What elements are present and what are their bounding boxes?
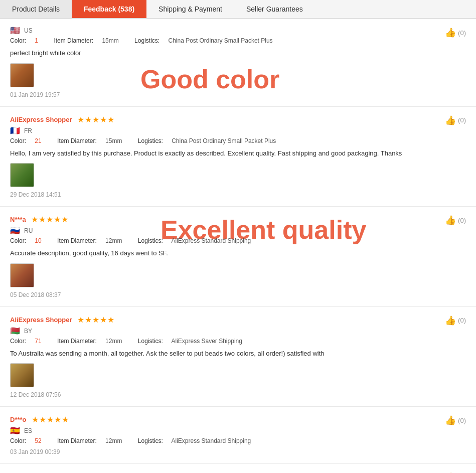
reviews-container: Good color Excellent quality 🇺🇸 US Color…: [0, 19, 476, 473]
like-button[interactable]: 👍 (0): [445, 415, 466, 426]
diameter-value: 12mm: [105, 437, 122, 444]
diameter-value: 12mm: [105, 237, 122, 244]
logistics-value: AliExpress Standard Shipping: [171, 237, 251, 244]
thumbs-up-icon: 👍: [445, 315, 456, 326]
review-date: 03 Jan 2019 00:39: [10, 448, 466, 455]
color-value: 1: [35, 37, 38, 44]
flag-ru: 🇷🇺: [10, 227, 21, 234]
color-label: Color:: [10, 437, 26, 444]
logistics-value: AliExpress Saver Shipping: [171, 338, 242, 345]
logistics-label: Logistics:: [134, 37, 160, 44]
reviewer-name: D***o: [10, 416, 27, 423]
review-item: G***k ★★★★★ 🇨🇿 CZ Color: 1 Item Diameter…: [0, 464, 476, 473]
logistics-label: Logistics:: [138, 338, 163, 345]
logistics-label: Logistics:: [138, 437, 163, 444]
review-date: 05 Dec 2018 08:37: [10, 291, 466, 298]
country-label: BY: [24, 328, 32, 335]
star-rating: ★★★★★: [77, 115, 115, 124]
like-button[interactable]: 👍 (0): [445, 215, 466, 226]
tab-feedback[interactable]: Feedback (538): [72, 0, 146, 18]
review-image[interactable]: [10, 263, 34, 287]
reviewer-name: AliExpress Shopper: [10, 316, 72, 324]
diameter-label: Item Diameter:: [57, 338, 97, 345]
diameter-label: Item Diameter:: [57, 237, 97, 244]
review-meta: Color: 52 Item Diameter: 12mm Logistics:…: [10, 437, 466, 444]
reviewer-name: AliExpress Shopper: [10, 116, 72, 123]
review-text: perfect bright white color: [10, 48, 466, 58]
reviewer-flag-row: 🇧🇾 BY: [10, 328, 466, 335]
like-count: (0): [458, 116, 466, 124]
flag-es: 🇪🇸: [10, 427, 21, 434]
like-count: (0): [458, 417, 466, 424]
country-label: FR: [24, 127, 32, 134]
diameter-value: 15mm: [105, 137, 122, 144]
review-meta: Color: 71 Item Diameter: 12mm Logistics:…: [10, 338, 466, 345]
review-item: AliExpress Shopper ★★★★★ 🇫🇷 FR Color: 21…: [0, 107, 476, 207]
review-header: D***o ★★★★★: [10, 415, 466, 424]
like-button[interactable]: 👍 (0): [445, 27, 466, 38]
review-image[interactable]: [10, 63, 34, 87]
country-label: RU: [24, 227, 33, 234]
color-value: 71: [35, 338, 41, 345]
tab-product-details[interactable]: Product Details: [0, 0, 72, 18]
reviewer-flag-row: 🇫🇷 FR: [10, 127, 466, 134]
logistics-label: Logistics:: [138, 137, 163, 144]
like-button[interactable]: 👍 (0): [445, 315, 466, 326]
logistics-value: China Post Ordinary Small Packet Plus: [172, 137, 276, 144]
like-button[interactable]: 👍 (0): [445, 115, 466, 126]
color-label: Color:: [10, 338, 26, 345]
review-meta: Color: 1 Item Diameter: 15mm Logistics: …: [10, 37, 466, 44]
review-image[interactable]: [10, 363, 34, 387]
review-text: Accurate description, good quality, 16 d…: [10, 248, 466, 258]
diameter-label: Item Diameter:: [57, 137, 97, 144]
diameter-label: Item Diameter:: [54, 37, 93, 44]
review-date: 01 Jan 2019 19:57: [10, 91, 466, 98]
color-label: Color:: [10, 137, 26, 144]
review-meta: Color: 21 Item Diameter: 15mm Logistics:…: [10, 137, 466, 144]
diameter-value: 12mm: [105, 338, 122, 345]
review-header: AliExpress Shopper ★★★★★: [10, 315, 466, 325]
color-value: 10: [35, 237, 41, 244]
review-date: 12 Dec 2018 07:56: [10, 391, 466, 398]
flag-fr: 🇫🇷: [10, 127, 21, 134]
tab-bar: Product Details Feedback (538) Shipping …: [0, 0, 476, 19]
country-label: ES: [24, 427, 32, 434]
review-item: N***a ★★★★★ 🇷🇺 RU Color: 10 Item Diamete…: [0, 207, 476, 307]
color-value: 52: [35, 437, 41, 444]
tab-shipping[interactable]: Shipping & Payment: [146, 0, 234, 18]
thumbs-up-icon: 👍: [445, 415, 456, 426]
review-item: AliExpress Shopper ★★★★★ 🇧🇾 BY Color: 71…: [0, 307, 476, 407]
star-rating: ★★★★★: [32, 415, 69, 424]
color-label: Color:: [10, 37, 26, 44]
reviewer-flag-row: 🇺🇸 US: [10, 27, 466, 34]
logistics-value: AliExpress Standard Shipping: [171, 437, 251, 444]
thumbs-up-icon: 👍: [445, 27, 456, 38]
diameter-label: Item Diameter:: [57, 437, 97, 444]
country-label: US: [24, 27, 33, 34]
reviewer-flag-row: 🇷🇺 RU: [10, 227, 466, 234]
review-meta: Color: 10 Item Diameter: 12mm Logistics:…: [10, 237, 466, 244]
reviewer-name: N***a: [10, 216, 26, 223]
review-item: D***o ★★★★★ 🇪🇸 ES Color: 52 Item Diamete…: [0, 407, 476, 464]
review-list: 🇺🇸 US Color: 1 Item Diameter: 15mm Logis…: [0, 19, 476, 473]
page-container: Product Details Feedback (538) Shipping …: [0, 0, 476, 473]
tab-seller[interactable]: Seller Guarantees: [234, 0, 315, 18]
review-text: Hello, I am very satisfied by this purch…: [10, 148, 466, 159]
like-count: (0): [458, 29, 466, 37]
color-label: Color:: [10, 237, 26, 244]
flag-by: 🇧🇾: [10, 328, 21, 335]
reviewer-flag-row: 🇪🇸 ES: [10, 427, 466, 434]
thumbs-up-icon: 👍: [445, 115, 456, 126]
star-rating: ★★★★★: [77, 315, 115, 325]
star-rating: ★★★★★: [31, 215, 69, 224]
review-text: To Australia was sending a month, all to…: [10, 349, 466, 359]
review-date: 29 Dec 2018 14:51: [10, 191, 466, 198]
review-header: N***a ★★★★★: [10, 215, 466, 224]
review-image[interactable]: [10, 163, 34, 187]
thumbs-up-icon: 👍: [445, 215, 456, 226]
logistics-value: China Post Ordinary Small Packet Plus: [168, 37, 272, 44]
like-count: (0): [458, 217, 466, 224]
diameter-value: 15mm: [102, 37, 118, 44]
flag-us: 🇺🇸: [10, 27, 21, 34]
like-count: (0): [458, 317, 466, 324]
